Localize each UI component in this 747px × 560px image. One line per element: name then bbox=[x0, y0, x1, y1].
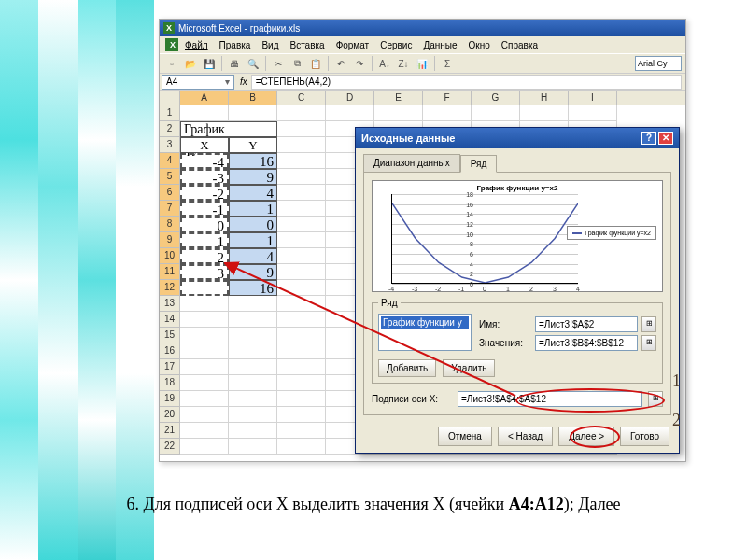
menu-data[interactable]: Данные bbox=[418, 39, 461, 51]
add-button[interactable]: Добавить bbox=[378, 359, 436, 377]
chart-title: График функции y=x2 bbox=[373, 184, 662, 192]
next-button[interactable]: Далее > bbox=[558, 427, 614, 446]
values-input[interactable]: =Лист3!$B$4:$B$12 bbox=[535, 335, 638, 351]
help-icon[interactable]: ? bbox=[641, 132, 656, 145]
dialog-body: График функции y=x2 024681012141618 -4-3… bbox=[363, 172, 671, 415]
fx-icon[interactable]: fx bbox=[240, 77, 247, 87]
paste-icon[interactable]: 📋 bbox=[307, 55, 324, 72]
col-E[interactable]: E bbox=[374, 91, 423, 105]
dialog-titlebar[interactable]: Исходные данные ? ✕ bbox=[356, 128, 679, 148]
menu-window[interactable]: Окно bbox=[464, 39, 495, 51]
chart-icon[interactable]: 📊 bbox=[414, 55, 430, 72]
tab-data-range[interactable]: Диапазон данных bbox=[363, 154, 460, 172]
name-label: Имя: bbox=[479, 319, 531, 329]
name-box[interactable]: A4▾ bbox=[162, 75, 234, 90]
new-icon[interactable]: ▫ bbox=[163, 55, 180, 72]
col-C[interactable]: C bbox=[277, 91, 326, 105]
chevron-down-icon: ▾ bbox=[225, 76, 230, 89]
save-icon[interactable]: 💾 bbox=[201, 55, 218, 72]
annotation-2: 2 bbox=[672, 411, 681, 430]
redo-icon[interactable]: ↷ bbox=[351, 55, 368, 72]
sum-icon[interactable]: Σ bbox=[439, 55, 456, 72]
menu-view[interactable]: Вид bbox=[257, 39, 283, 51]
caption: 6. Для подписей оси X выделить значения … bbox=[0, 495, 747, 514]
values-label: Значения: bbox=[479, 338, 531, 348]
select-all-corner[interactable] bbox=[160, 91, 180, 105]
menu-edit[interactable]: Правка bbox=[215, 39, 256, 51]
copy-icon[interactable]: ⧉ bbox=[289, 55, 305, 72]
chart-preview: График функции y=x2 024681012141618 -4-3… bbox=[372, 180, 663, 292]
col-B[interactable]: B bbox=[229, 91, 277, 105]
window-title: Microsoft Excel - графики.xls bbox=[178, 23, 300, 34]
xaxis-label: Подписи оси X: bbox=[372, 394, 452, 404]
xaxis-input[interactable]: =Лист3!$A$4:$A$12 bbox=[458, 391, 642, 407]
excel-icon: X bbox=[163, 22, 175, 34]
font-selector[interactable]: Arial Cy bbox=[635, 56, 682, 71]
cut-icon[interactable]: ✂ bbox=[270, 55, 287, 72]
menu-tools[interactable]: Сервис bbox=[375, 39, 416, 51]
delete-button[interactable]: Удалить bbox=[443, 359, 495, 377]
doc-icon: X bbox=[165, 38, 178, 51]
sort-asc-icon[interactable]: A↓ bbox=[376, 55, 393, 72]
col-H[interactable]: H bbox=[520, 91, 569, 105]
col-D[interactable]: D bbox=[326, 91, 374, 105]
menubar[interactable]: X Файл Правка Вид Вставка Формат Сервис … bbox=[160, 36, 685, 53]
series-legend: Ряд bbox=[378, 298, 401, 308]
col-F[interactable]: F bbox=[423, 91, 472, 105]
open-icon[interactable]: 📂 bbox=[182, 55, 199, 72]
ref-button[interactable]: ⊞ bbox=[648, 391, 663, 407]
back-button[interactable]: < Назад bbox=[498, 427, 553, 446]
print-icon[interactable]: 🖶 bbox=[226, 55, 243, 72]
undo-icon[interactable]: ↶ bbox=[332, 55, 349, 72]
menu-file[interactable]: Файл bbox=[180, 39, 213, 51]
decorative-sidebar bbox=[0, 0, 154, 560]
ref-button[interactable]: ⊞ bbox=[641, 316, 656, 332]
chart-legend: График функции y=x2 bbox=[567, 226, 656, 240]
series-listbox[interactable]: График функции y bbox=[378, 314, 472, 351]
col-G[interactable]: G bbox=[472, 91, 520, 105]
close-icon[interactable]: ✕ bbox=[658, 132, 673, 145]
source-data-dialog: Исходные данные ? ✕ Диапазон данных Ряд … bbox=[355, 127, 680, 454]
ref-button[interactable]: ⊞ bbox=[641, 335, 656, 351]
col-A[interactable]: A bbox=[180, 91, 229, 105]
formula-bar[interactable]: =СТЕПЕНЬ(A4,2) bbox=[251, 75, 682, 90]
name-input[interactable]: =Лист3!$A$2 bbox=[535, 316, 638, 332]
formula-bar-row: A4▾ fx =СТЕПЕНЬ(A4,2) bbox=[160, 74, 685, 91]
finish-button[interactable]: Готово bbox=[620, 427, 669, 446]
toolbar: ▫ 📂 💾 🖶 🔍 ✂ ⧉ 📋 ↶ ↷ A↓ Z↓ 📊 Σ Arial Cy bbox=[160, 53, 685, 74]
menu-format[interactable]: Формат bbox=[331, 39, 374, 51]
menu-insert[interactable]: Вставка bbox=[285, 39, 329, 51]
tab-series[interactable]: Ряд bbox=[460, 155, 498, 173]
sort-desc-icon[interactable]: Z↓ bbox=[395, 55, 412, 72]
dialog-title: Исходные данные bbox=[361, 133, 455, 144]
menu-help[interactable]: Справка bbox=[497, 39, 543, 51]
series-fieldset: Ряд График функции y Имя: =Лист3!$A$2 ⊞ … bbox=[372, 298, 663, 384]
series-item[interactable]: График функции y bbox=[381, 316, 469, 329]
annotation-1: 1 bbox=[672, 371, 681, 391]
titlebar: X Microsoft Excel - графики.xls bbox=[160, 20, 685, 36]
preview-icon[interactable]: 🔍 bbox=[245, 55, 261, 72]
col-I[interactable]: I bbox=[569, 91, 617, 105]
cancel-button[interactable]: Отмена bbox=[438, 427, 492, 446]
